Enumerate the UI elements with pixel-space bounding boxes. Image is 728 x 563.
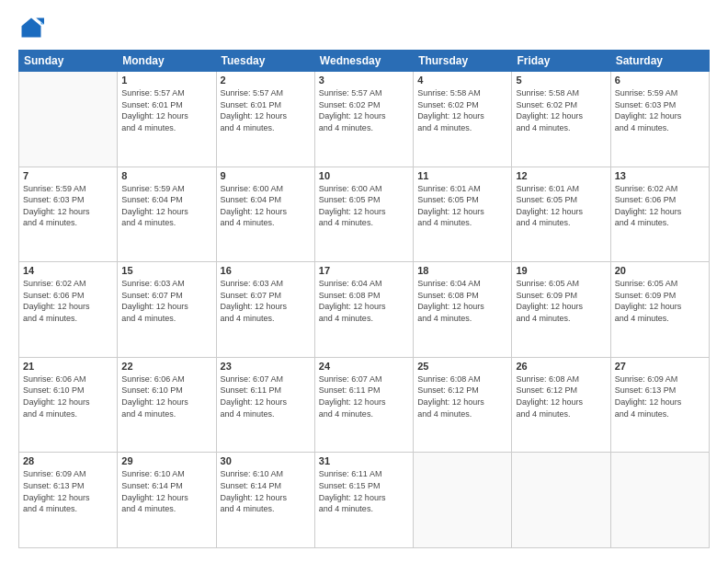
weekday-header-monday: Monday: [118, 51, 216, 72]
day-info: Sunrise: 6:10 AMSunset: 6:14 PMDaylight:…: [121, 468, 211, 514]
calendar-week-0: 1Sunrise: 5:57 AMSunset: 6:01 PMDaylight…: [19, 72, 710, 167]
calendar-cell: 12Sunrise: 6:01 AMSunset: 6:05 PMDayligh…: [512, 167, 610, 262]
day-number: 21: [23, 361, 113, 372]
day-number: 30: [221, 455, 311, 466]
day-info: Sunrise: 5:58 AMSunset: 6:02 PMDaylight:…: [516, 87, 606, 133]
calendar-cell: 30Sunrise: 6:10 AMSunset: 6:14 PMDayligh…: [216, 453, 314, 548]
day-number: 26: [516, 361, 606, 372]
calendar-cell: 9Sunrise: 6:00 AMSunset: 6:04 PMDaylight…: [216, 167, 314, 262]
day-info: Sunrise: 5:57 AMSunset: 6:01 PMDaylight:…: [221, 87, 311, 133]
day-number: 9: [221, 170, 311, 181]
day-info: Sunrise: 6:07 AMSunset: 6:11 PMDaylight:…: [221, 373, 311, 419]
calendar-week-3: 21Sunrise: 6:06 AMSunset: 6:10 PMDayligh…: [19, 357, 710, 453]
day-info: Sunrise: 6:08 AMSunset: 6:12 PMDaylight:…: [417, 373, 507, 419]
day-info: Sunrise: 6:05 AMSunset: 6:09 PMDaylight:…: [615, 278, 705, 324]
calendar-cell: 20Sunrise: 6:05 AMSunset: 6:09 PMDayligh…: [610, 262, 709, 358]
day-number: 14: [23, 265, 113, 276]
header: [18, 15, 710, 40]
calendar-cell: 21Sunrise: 6:06 AMSunset: 6:10 PMDayligh…: [19, 357, 118, 453]
calendar-table: SundayMondayTuesdayWednesdayThursdayFrid…: [18, 50, 710, 548]
day-info: Sunrise: 5:59 AMSunset: 6:03 PMDaylight:…: [615, 87, 705, 133]
day-number: 28: [23, 455, 113, 466]
calendar-cell: 18Sunrise: 6:04 AMSunset: 6:08 PMDayligh…: [414, 262, 512, 358]
day-number: 15: [121, 265, 211, 276]
day-info: Sunrise: 6:04 AMSunset: 6:08 PMDaylight:…: [319, 278, 409, 324]
weekday-header-tuesday: Tuesday: [216, 51, 314, 72]
day-number: 3: [319, 75, 409, 86]
calendar-cell: 10Sunrise: 6:00 AMSunset: 6:05 PMDayligh…: [314, 167, 413, 262]
calendar-cell: 3Sunrise: 5:57 AMSunset: 6:02 PMDaylight…: [314, 72, 413, 167]
day-number: 29: [121, 455, 211, 466]
calendar-cell: 2Sunrise: 5:57 AMSunset: 6:01 PMDaylight…: [216, 72, 314, 167]
calendar-cell: 14Sunrise: 6:02 AMSunset: 6:06 PMDayligh…: [19, 262, 118, 358]
day-number: 11: [417, 170, 507, 181]
day-info: Sunrise: 6:06 AMSunset: 6:10 PMDaylight:…: [23, 373, 113, 419]
calendar-cell: 26Sunrise: 6:08 AMSunset: 6:12 PMDayligh…: [512, 357, 610, 453]
weekday-header-saturday: Saturday: [610, 51, 709, 72]
calendar-week-1: 7Sunrise: 5:59 AMSunset: 6:03 PMDaylight…: [19, 167, 710, 262]
day-info: Sunrise: 6:10 AMSunset: 6:14 PMDaylight:…: [221, 468, 311, 514]
day-number: 12: [516, 170, 606, 181]
day-number: 31: [319, 455, 409, 466]
weekday-header-sunday: Sunday: [19, 51, 118, 72]
calendar-cell: 25Sunrise: 6:08 AMSunset: 6:12 PMDayligh…: [414, 357, 512, 453]
calendar-cell: 1Sunrise: 5:57 AMSunset: 6:01 PMDaylight…: [118, 72, 216, 167]
calendar-cell: 29Sunrise: 6:10 AMSunset: 6:14 PMDayligh…: [118, 453, 216, 548]
day-info: Sunrise: 6:03 AMSunset: 6:07 PMDaylight:…: [221, 278, 311, 324]
day-info: Sunrise: 5:57 AMSunset: 6:02 PMDaylight:…: [319, 87, 409, 133]
calendar-cell: 19Sunrise: 6:05 AMSunset: 6:09 PMDayligh…: [512, 262, 610, 358]
logo-icon: [18, 15, 44, 40]
day-info: Sunrise: 6:06 AMSunset: 6:10 PMDaylight:…: [121, 373, 211, 419]
day-number: 20: [615, 265, 705, 276]
calendar-cell: [610, 453, 709, 548]
day-info: Sunrise: 6:02 AMSunset: 6:06 PMDaylight:…: [615, 183, 705, 229]
day-number: 5: [516, 75, 606, 86]
day-number: 7: [23, 170, 113, 181]
page: SundayMondayTuesdayWednesdayThursdayFrid…: [0, 0, 728, 563]
calendar-cell: 11Sunrise: 6:01 AMSunset: 6:05 PMDayligh…: [414, 167, 512, 262]
day-info: Sunrise: 6:01 AMSunset: 6:05 PMDaylight:…: [417, 183, 507, 229]
day-info: Sunrise: 6:02 AMSunset: 6:06 PMDaylight:…: [23, 278, 113, 324]
day-number: 25: [417, 361, 507, 372]
calendar-cell: 31Sunrise: 6:11 AMSunset: 6:15 PMDayligh…: [314, 453, 413, 548]
calendar-cell: 15Sunrise: 6:03 AMSunset: 6:07 PMDayligh…: [118, 262, 216, 358]
weekday-header-wednesday: Wednesday: [314, 51, 413, 72]
day-number: 4: [417, 75, 507, 86]
weekday-header-friday: Friday: [512, 51, 610, 72]
day-number: 19: [516, 265, 606, 276]
day-info: Sunrise: 6:00 AMSunset: 6:04 PMDaylight:…: [221, 183, 311, 229]
calendar-cell: 22Sunrise: 6:06 AMSunset: 6:10 PMDayligh…: [118, 357, 216, 453]
calendar-cell: 17Sunrise: 6:04 AMSunset: 6:08 PMDayligh…: [314, 262, 413, 358]
day-info: Sunrise: 6:09 AMSunset: 6:13 PMDaylight:…: [23, 468, 113, 514]
day-info: Sunrise: 6:00 AMSunset: 6:05 PMDaylight:…: [319, 183, 409, 229]
day-number: 6: [615, 75, 705, 86]
day-number: 13: [615, 170, 705, 181]
calendar-cell: 23Sunrise: 6:07 AMSunset: 6:11 PMDayligh…: [216, 357, 314, 453]
day-info: Sunrise: 6:05 AMSunset: 6:09 PMDaylight:…: [516, 278, 606, 324]
calendar-week-2: 14Sunrise: 6:02 AMSunset: 6:06 PMDayligh…: [19, 262, 710, 358]
calendar-cell: 13Sunrise: 6:02 AMSunset: 6:06 PMDayligh…: [610, 167, 709, 262]
calendar-cell: 16Sunrise: 6:03 AMSunset: 6:07 PMDayligh…: [216, 262, 314, 358]
day-info: Sunrise: 6:01 AMSunset: 6:05 PMDaylight:…: [516, 183, 606, 229]
day-number: 23: [221, 361, 311, 372]
calendar-cell: 5Sunrise: 5:58 AMSunset: 6:02 PMDaylight…: [512, 72, 610, 167]
day-info: Sunrise: 6:11 AMSunset: 6:15 PMDaylight:…: [319, 468, 409, 514]
calendar-cell: 28Sunrise: 6:09 AMSunset: 6:13 PMDayligh…: [19, 453, 118, 548]
calendar-week-4: 28Sunrise: 6:09 AMSunset: 6:13 PMDayligh…: [19, 453, 710, 548]
day-info: Sunrise: 6:09 AMSunset: 6:13 PMDaylight:…: [615, 373, 705, 419]
day-number: 10: [319, 170, 409, 181]
calendar-header: SundayMondayTuesdayWednesdayThursdayFrid…: [19, 51, 710, 72]
day-number: 8: [121, 170, 211, 181]
calendar-cell: 8Sunrise: 5:59 AMSunset: 6:04 PMDaylight…: [118, 167, 216, 262]
day-number: 17: [319, 265, 409, 276]
calendar-cell: 7Sunrise: 5:59 AMSunset: 6:03 PMDaylight…: [19, 167, 118, 262]
calendar-cell: [414, 453, 512, 548]
day-number: 24: [319, 361, 409, 372]
calendar-cell: 6Sunrise: 5:59 AMSunset: 6:03 PMDaylight…: [610, 72, 709, 167]
day-info: Sunrise: 6:04 AMSunset: 6:08 PMDaylight:…: [417, 278, 507, 324]
weekday-header-thursday: Thursday: [414, 51, 512, 72]
day-info: Sunrise: 6:07 AMSunset: 6:11 PMDaylight:…: [319, 373, 409, 419]
calendar-cell: 4Sunrise: 5:58 AMSunset: 6:02 PMDaylight…: [414, 72, 512, 167]
logo: [18, 15, 48, 40]
svg-marker-0: [22, 18, 41, 38]
